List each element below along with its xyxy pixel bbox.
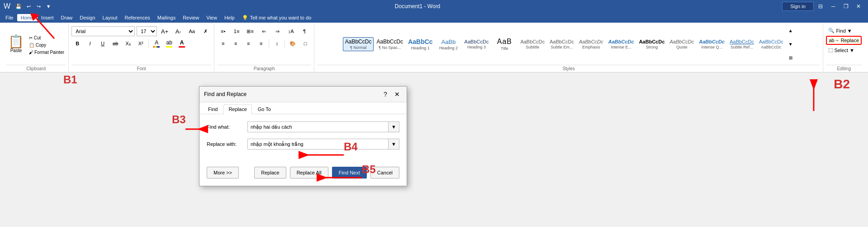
style-subtle-ref[interactable]: AaBbCcDc Subtle Ref... [727,38,756,51]
cancel-button[interactable]: Cancel [370,167,399,179]
paragraph-group: ≡• 1≡ ⊞≡ ⇐ ⇒ ↕A ¶ ≡ ≡ ≡ ≡ ↕ 🎨 □ Paragrap… [214,24,314,72]
style-quote[interactable]: AaBbCcDc Quote [668,38,697,51]
menu-home[interactable]: Home [17,14,38,21]
strikethrough-button[interactable]: ab [109,39,121,48]
more-styles-icon[interactable]: ⊞ [787,54,795,61]
maximize-button[interactable]: ❐ [840,2,852,11]
dialog-tab-replace[interactable]: Replace [223,104,251,114]
close-button[interactable]: ✕ [853,2,864,11]
minimize-button[interactable]: ─ [827,2,839,11]
more-button[interactable]: More >> [207,167,239,179]
change-case-button[interactable]: Aa [186,26,198,36]
format-painter-button[interactable]: 🖌 Format Painter [28,49,66,55]
decrease-indent-button[interactable]: ⇐ [258,26,270,36]
signin-button[interactable]: Sign in [782,2,814,11]
styles-scroll[interactable]: ▲ ▼ ⊞ [787,26,795,62]
dialog-tab-goto[interactable]: Go To [253,104,276,114]
replace-button[interactable]: ab→ Replace [826,36,862,45]
find-replace-dialog: Find and Replace ? ✕ Find Replace Go To … [199,86,407,186]
menu-insert[interactable]: Insert [38,14,57,21]
scroll-up-icon[interactable]: ▲ [787,27,795,34]
clipboard-label: Clipboard [6,65,66,72]
font-grow-button[interactable]: A+ [159,26,171,36]
style-subtitle[interactable]: AaBbCcDc Subtitle [518,38,547,51]
menu-layout[interactable]: Layout [99,14,121,21]
menu-help[interactable]: Help [221,14,238,21]
clear-formatting-button[interactable]: ✗ [199,26,211,36]
style-normal-preview: AaBbCcDc [345,39,372,45]
ribbon-display-button[interactable]: ⊟ [815,2,826,11]
menu-mailings[interactable]: Mailings [154,14,179,21]
multilevel-list-button[interactable]: ⊞≡ [244,26,256,36]
justify-button[interactable]: ≡ [255,39,267,48]
para-separator [269,39,269,48]
line-spacing-button[interactable]: ↕ [271,39,283,48]
dialog-titlebar[interactable]: Find and Replace ? ✕ [199,87,407,102]
find-what-input[interactable] [247,121,389,132]
replace-with-dropdown[interactable]: ▼ [389,139,399,150]
menu-view[interactable]: View [203,14,221,21]
borders-button[interactable]: □ [299,39,311,48]
font-shrink-button[interactable]: A- [172,26,184,36]
align-right-button[interactable]: ≡ [242,39,254,48]
menu-draw[interactable]: Draw [57,14,76,21]
font-size-select[interactable]: 17 [137,26,157,36]
style-no-spacing[interactable]: AaBbCcDc ¶ No Spac... [374,37,405,51]
undo-button[interactable]: ↩ [24,2,33,11]
style-normal[interactable]: AaBbCcDc ¶ Normal [343,37,374,51]
replace-single-button[interactable]: Replace [254,167,286,179]
sort-button[interactable]: ↕A [285,26,297,36]
find-dropdown-icon: ▼ [847,28,852,34]
menu-review[interactable]: Review [179,14,203,21]
paste-button[interactable]: 📋 Paste [6,34,26,55]
style-title[interactable]: AaB Title [491,36,517,52]
align-left-button[interactable]: ≡ [217,39,229,48]
style-emphasis[interactable]: AaBbCcDc Emphasis [577,38,606,51]
find-what-label: Find what: [207,124,247,130]
dialog-tab-find[interactable]: Find [203,104,223,114]
dialog-close-button[interactable]: ✕ [392,89,402,99]
dialog-help-button[interactable]: ? [380,89,390,99]
style-intense-q[interactable]: AaBbCcDc Intense Q... [697,38,727,51]
center-button[interactable]: ≡ [230,39,242,48]
shading-button[interactable]: 🎨 [287,39,299,48]
replace-with-input[interactable] [247,139,389,150]
copy-button[interactable]: 📋 Copy [28,42,66,48]
menu-references[interactable]: References [121,14,154,21]
style-heading2[interactable]: AaBb Heading 2 [436,37,462,52]
scroll-down-icon[interactable]: ▼ [787,41,795,48]
find-button[interactable]: 🔍 Find ▼ [826,26,854,35]
style-heading3[interactable]: AaBbCcDc Heading 3 [462,38,491,51]
numbering-button[interactable]: 1≡ [231,26,242,36]
style-heading1[interactable]: AaBbCc Heading 1 [406,37,435,52]
select-button[interactable]: ⬚ Select ▼ [826,46,856,54]
replace-all-button[interactable]: Replace All [290,167,328,179]
bullets-button[interactable]: ≡• [217,26,229,36]
style-extra[interactable]: AaBbCcDc AaBbCcDc [757,38,786,51]
superscript-button[interactable]: X² [135,39,147,48]
style-normal-label: ¶ Normal [350,45,366,50]
find-what-dropdown[interactable]: ▼ [389,121,399,132]
redo-button[interactable]: ↪ [34,2,43,11]
menu-file[interactable]: File [2,14,17,21]
highlight-button[interactable]: ab [163,39,175,48]
style-strong[interactable]: AaBbCcDc Strong [637,38,667,51]
bold-button[interactable]: B [71,39,83,48]
text-effects-button[interactable]: A [151,39,162,48]
show-marks-button[interactable]: ¶ [299,26,310,36]
style-intense-em[interactable]: AaBbCcDc Intense E... [606,38,636,51]
subscript-button[interactable]: X₂ [122,39,134,48]
customize-qa-button[interactable]: ▼ [44,2,53,11]
italic-button[interactable]: I [84,39,96,48]
menu-design[interactable]: Design [76,14,99,21]
increase-indent-button[interactable]: ⇒ [271,26,283,36]
style-subtle-em[interactable]: AaBbCcDc Subtle Em... [547,38,576,51]
tell-me-input[interactable]: 💡 Tell me what you want to do [238,14,315,22]
font-name-select[interactable]: Arial [71,26,135,36]
para-separator2 [285,39,285,48]
font-color-button[interactable]: A [176,39,188,48]
find-next-button[interactable]: Find Next [332,167,367,179]
underline-button[interactable]: U [97,39,109,48]
save-button[interactable]: 💾 [14,2,23,11]
cut-button[interactable]: ✂ Cut [28,35,66,41]
